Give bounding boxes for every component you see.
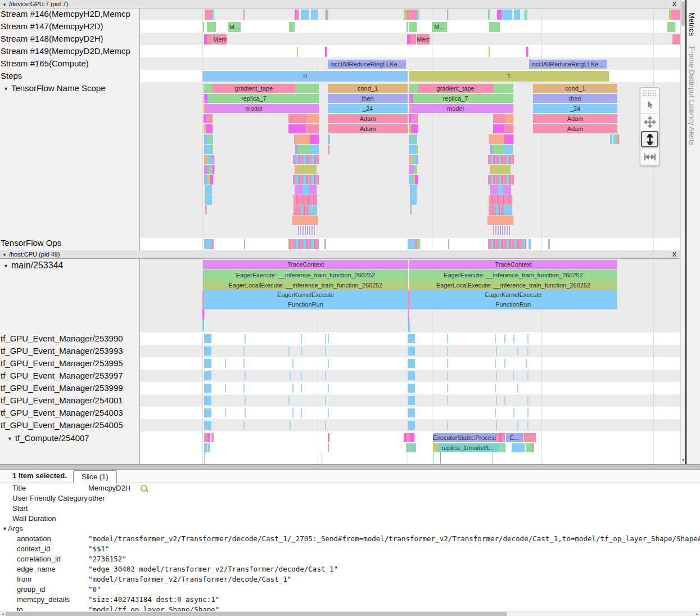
trace-event[interactable]	[498, 185, 503, 195]
trace-event[interactable]	[488, 155, 514, 164]
trace-event[interactable]	[322, 452, 322, 464]
trace-event[interactable]	[204, 145, 211, 154]
trace-event[interactable]	[517, 347, 518, 356]
vertical-scrollbar[interactable]: ▼	[680, 0, 685, 464]
trace-event[interactable]: EagerExecute: __inference_train_function…	[409, 270, 617, 280]
trace-event[interactable]	[295, 104, 319, 113]
trace-event[interactable]	[411, 84, 418, 93]
trace-event[interactable]	[213, 10, 214, 20]
collapse-triangle-icon[interactable]: ▼	[3, 260, 8, 272]
trace-event[interactable]	[517, 421, 518, 430]
trace-event[interactable]	[410, 195, 417, 205]
trace-event[interactable]	[503, 185, 511, 195]
collapse-triangle-icon[interactable]: ▼	[3, 83, 8, 95]
trace-event[interactable]	[527, 347, 529, 356]
trace-event[interactable]	[495, 334, 496, 343]
trace-event[interactable]	[211, 239, 214, 249]
trace-event[interactable]	[440, 452, 441, 464]
trace-event[interactable]	[610, 134, 612, 144]
trace-event[interactable]	[493, 124, 504, 133]
trace-event[interactable]	[293, 239, 319, 249]
trace-event[interactable]: EagerKernelExecute	[409, 290, 617, 300]
trace-event[interactable]	[306, 114, 319, 123]
process-header-host[interactable]: ▼/host:CPU (pid 49) X	[0, 250, 680, 259]
trace-event[interactable]	[204, 421, 211, 430]
scroll-left-arrow[interactable]: ◄	[1, 611, 4, 616]
trace-event[interactable]	[505, 114, 513, 123]
trace-event[interactable]	[411, 124, 418, 133]
collapse-triangle-icon[interactable]: ▼	[2, 253, 7, 258]
trace-event[interactable]	[206, 124, 213, 133]
trace-event[interactable]	[408, 309, 409, 318]
zoom-tool-button[interactable]	[640, 131, 659, 148]
trace-event[interactable]	[293, 205, 298, 215]
trace-event[interactable]	[294, 134, 310, 144]
trace-event[interactable]	[328, 359, 329, 368]
trace-event[interactable]	[292, 359, 293, 368]
trace-event[interactable]	[410, 104, 418, 113]
trace-event[interactable]	[325, 334, 326, 343]
trace-event[interactable]	[311, 205, 317, 215]
trace-event[interactable]	[204, 371, 211, 380]
trace-event[interactable]	[296, 165, 317, 174]
trace-event[interactable]	[447, 347, 448, 356]
trace-event[interactable]	[327, 10, 328, 20]
trace-event[interactable]	[243, 347, 245, 356]
trace-event[interactable]	[502, 10, 512, 20]
scrollbar-thumb[interactable]	[681, 1, 685, 26]
trace-event[interactable]	[495, 408, 496, 417]
trace-event[interactable]	[290, 421, 291, 430]
trace-event[interactable]	[408, 239, 415, 249]
trace-event[interactable]	[207, 433, 210, 442]
trace-event[interactable]	[225, 359, 226, 368]
collapse-triangle-icon[interactable]: ▼	[2, 524, 7, 534]
trace-event[interactable]	[493, 226, 511, 235]
scroll-right-arrow[interactable]: ►	[696, 611, 699, 616]
trace-event[interactable]	[293, 175, 319, 185]
trace-event[interactable]	[410, 34, 416, 44]
palette-drag-handle[interactable]	[643, 89, 657, 96]
trace-event[interactable]: replica_1/model/t...	[438, 443, 498, 452]
trace-event[interactable]: then	[328, 94, 408, 103]
trace-event[interactable]	[492, 452, 493, 464]
trace-event[interactable]	[225, 384, 226, 393]
trace-event[interactable]	[203, 22, 204, 32]
trace-event[interactable]	[526, 47, 528, 57]
trace-event[interactable]	[328, 433, 329, 442]
trace-event[interactable]: M...	[228, 22, 241, 32]
side-tab-alerts[interactable]: Alerts	[688, 127, 696, 145]
trace-event[interactable]	[310, 134, 319, 144]
trace-event[interactable]: cond_1	[328, 84, 408, 93]
close-gpu-button[interactable]: X	[672, 0, 676, 8]
trace-event[interactable]	[487, 215, 513, 225]
trace-event[interactable]	[410, 205, 412, 214]
scrollbar-thumb[interactable]	[5, 612, 507, 616]
trace-event[interactable]	[502, 433, 505, 442]
trace-event[interactable]	[447, 334, 448, 343]
trace-event[interactable]	[488, 10, 490, 20]
trace-event[interactable]	[493, 94, 513, 103]
trace-event[interactable]	[408, 452, 408, 464]
trace-event[interactable]	[301, 408, 302, 417]
trace-event[interactable]	[416, 145, 418, 154]
trace-event[interactable]: Mem	[213, 34, 227, 44]
trace-event[interactable]	[447, 10, 448, 20]
magnifier-icon[interactable]	[141, 485, 147, 492]
trace-event[interactable]	[526, 443, 532, 452]
trace-event[interactable]	[328, 145, 329, 154]
trace-event[interactable]	[413, 114, 418, 123]
trace-event[interactable]	[296, 10, 299, 20]
trace-event[interactable]	[447, 384, 448, 393]
trace-event[interactable]	[489, 195, 512, 205]
trace-event[interactable]	[408, 371, 415, 380]
trace-event[interactable]	[503, 443, 505, 452]
timeline-canvas[interactable]: M...M...MemMemncclAllReduceRingLLKe...nc…	[139, 0, 680, 464]
trace-event[interactable]	[205, 10, 213, 20]
trace-event[interactable]	[292, 408, 293, 417]
trace-event[interactable]	[301, 371, 302, 380]
trace-event[interactable]	[243, 10, 245, 20]
trace-event[interactable]	[324, 239, 326, 249]
trace-event[interactable]	[488, 175, 514, 185]
trace-event[interactable]: E...	[506, 433, 523, 442]
close-host-button[interactable]: X	[672, 250, 676, 258]
